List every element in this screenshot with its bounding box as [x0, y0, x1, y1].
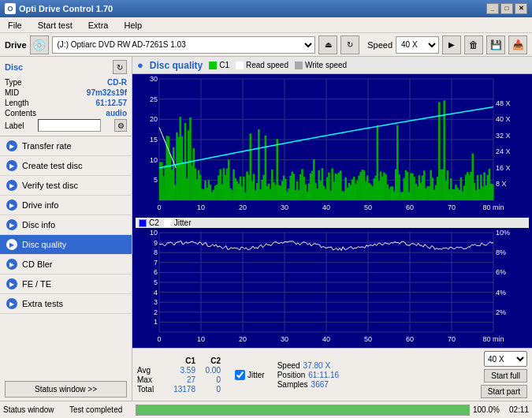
nav-icon-create-test-disc: ▶	[6, 160, 17, 171]
nav-fe-te[interactable]: ▶ FE / TE	[0, 274, 132, 294]
title-bar: O Opti Drive Control 1.70 _ □ ✕	[0, 0, 532, 17]
samples-stat-label: Samples	[277, 380, 308, 389]
menu-help[interactable]: Help	[119, 19, 147, 32]
c2-legend-label: C2	[149, 218, 159, 227]
menu-start-test[interactable]: Start test	[33, 19, 77, 32]
status-bar: Status window Test completed 100.0% 02:1…	[0, 401, 532, 418]
menu-extra[interactable]: Extra	[84, 19, 113, 32]
stats-c2-header: C2	[197, 356, 221, 365]
nav-label-verify-test-disc: Verify test disc	[22, 181, 78, 190]
nav-icon-cd-bler: ▶	[6, 259, 17, 270]
c1-legend-label: C1	[219, 61, 229, 69]
nav-label-cd-bler: CD Bler	[22, 259, 53, 269]
nav-disc-info[interactable]: ▶ Disc info	[0, 215, 132, 235]
nav-transfer-rate[interactable]: ▶ Transfer rate	[0, 136, 132, 156]
app-title: Opti Drive Control 1.70	[19, 4, 113, 13]
drive-icon-btn[interactable]: 💿	[30, 35, 49, 54]
max-c1: 27	[164, 375, 195, 384]
close-button[interactable]: ✕	[515, 3, 527, 14]
position-stat-value: 61:11.16	[308, 371, 339, 379]
nav-label-drive-info: Drive info	[22, 200, 58, 210]
app-icon: O	[5, 3, 16, 14]
nav-label-fe-te: FE / TE	[22, 279, 51, 289]
disc-title: Disc	[5, 62, 23, 72]
eraser-button[interactable]: 🗑	[464, 35, 483, 54]
speed-arrow-btn[interactable]: ▶	[442, 35, 461, 54]
disc-refresh-icon[interactable]: ↻	[113, 60, 127, 74]
label-gear-icon[interactable]: ⚙	[114, 119, 127, 132]
total-c1: 13178	[164, 385, 195, 394]
start-full-button[interactable]: Start full	[484, 369, 527, 383]
contents-label: Contents	[5, 109, 36, 118]
status-window-button[interactable]: Status window >>	[5, 381, 127, 397]
speed-select[interactable]: 40 X	[396, 36, 439, 54]
drive-toolbar: Drive 💿 (J:) Optiarc DVD RW AD-7261S 1.0…	[0, 33, 532, 57]
disc-copy-button[interactable]: 💾	[486, 35, 505, 54]
progress-bar-fill	[136, 405, 469, 415]
jitter-checkbox[interactable]	[235, 370, 245, 380]
top-chart	[136, 76, 529, 216]
chart-title-bar: ● Disc quality C1 Read speed Write speed	[132, 57, 532, 74]
nav-icon-fe-te: ▶	[6, 278, 17, 289]
bottom-chart-legend: C2 Jitter	[136, 218, 529, 228]
length-label: Length	[5, 99, 29, 107]
nav-disc-quality[interactable]: ▶ Disc quality	[0, 235, 132, 255]
speed-stat-value: 37.80 X	[303, 361, 330, 370]
nav-label-disc-info: Disc info	[22, 220, 55, 230]
start-part-button[interactable]: Start part	[481, 385, 527, 398]
progress-text: 100.0%	[473, 405, 503, 414]
legend-read-speed: Read speed	[236, 61, 288, 69]
maximize-button[interactable]: □	[500, 3, 513, 14]
mid-value: 97m32s19f	[87, 88, 127, 97]
nav-label-transfer-rate: Transfer rate	[22, 141, 72, 151]
status-window-label: Status window >>	[35, 385, 97, 394]
stats-c1-header: C1	[164, 356, 195, 365]
legend-c1: C1	[209, 61, 229, 69]
save-button[interactable]: 📥	[508, 35, 527, 54]
nav-create-test-disc[interactable]: ▶ Create test disc	[0, 156, 132, 176]
length-value: 61:12.57	[96, 99, 127, 107]
nav-verify-test-disc[interactable]: ▶ Verify test disc	[0, 176, 132, 196]
speed-select-stats[interactable]: 40 X	[484, 351, 527, 367]
mid-label: MID	[5, 88, 19, 97]
nav-icon-disc-info: ▶	[6, 219, 17, 230]
type-value: CD-R	[107, 78, 127, 87]
c2-legend-box	[139, 219, 147, 227]
nav-icon-extra-tests: ▶	[6, 298, 17, 309]
nav-icon-disc-quality: ▶	[6, 239, 17, 250]
read-speed-legend-box	[236, 62, 244, 69]
nav-cd-bler[interactable]: ▶ CD Bler	[0, 255, 132, 274]
drive-select[interactable]: (J:) Optiarc DVD RW AD-7261S 1.03	[52, 36, 316, 54]
chart-title: Disc quality	[150, 60, 203, 71]
speed-label: Speed	[367, 40, 392, 50]
drive-label: Drive	[5, 40, 27, 50]
jitter-checkbox-row[interactable]: Jitter	[235, 370, 265, 380]
contents-value: audio	[106, 109, 127, 118]
samples-stat-value: 3667	[311, 380, 329, 389]
menu-bar: File Start test Extra Help	[0, 17, 532, 33]
nav-icon-drive-info: ▶	[6, 200, 17, 211]
status-window-text: Status window	[3, 405, 66, 414]
total-label: Total	[137, 385, 162, 394]
label-input[interactable]	[38, 119, 101, 132]
speed-stat-label: Speed	[277, 361, 300, 370]
avg-label: Avg	[137, 366, 162, 375]
type-label: Type	[5, 78, 22, 87]
nav-drive-info[interactable]: ▶ Drive info	[0, 196, 132, 215]
minimize-button[interactable]: _	[486, 3, 499, 14]
write-speed-legend-box	[295, 62, 303, 69]
nav-extra-tests[interactable]: ▶ Extra tests	[0, 294, 132, 314]
menu-file[interactable]: File	[3, 19, 27, 32]
legend-write-speed: Write speed	[295, 61, 347, 69]
nav-icon-transfer-rate: ▶	[6, 140, 17, 151]
read-speed-legend-label: Read speed	[246, 61, 288, 69]
label-label: Label	[5, 121, 24, 130]
total-c2: 0	[197, 385, 221, 394]
c1-legend-box	[209, 62, 217, 69]
stats-bar: C1 C2 Avg 3.59 0.00 Max 27 0 Total	[132, 348, 532, 401]
eject-button[interactable]: ⏏	[318, 35, 337, 54]
max-c2: 0	[197, 375, 221, 384]
jitter-legend-label: Jitter	[174, 218, 192, 227]
refresh-button[interactable]: ↻	[340, 35, 359, 54]
avg-c2: 0.00	[197, 366, 221, 375]
